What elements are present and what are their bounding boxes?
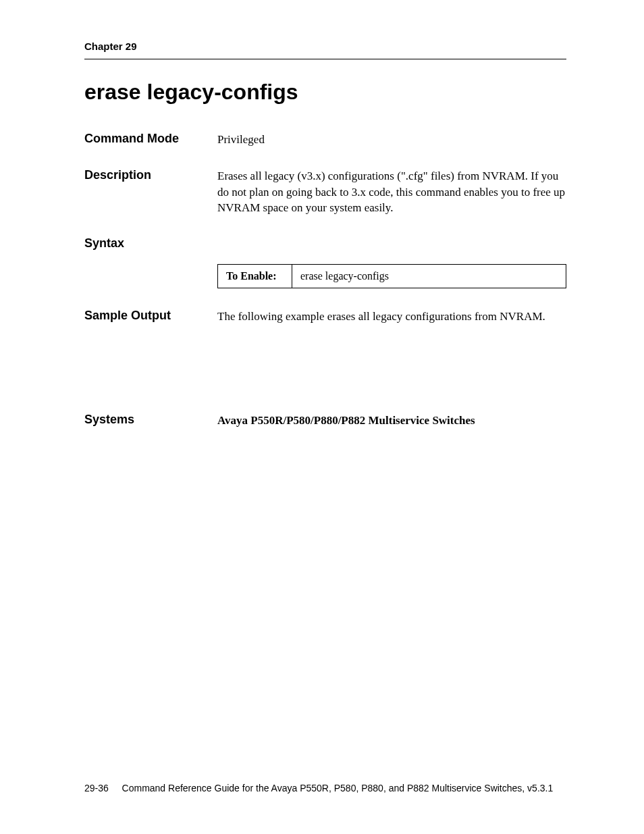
page-title: erase legacy-configs bbox=[84, 80, 566, 105]
description-value: Erases all legacy (v3.x) configurations … bbox=[217, 168, 566, 216]
sample-output-label: Sample Output bbox=[84, 309, 217, 323]
footer-guide-title: Command Reference Guide for the Avaya P5… bbox=[109, 783, 566, 793]
systems-value: Avaya P550R/P580/P880/P882 Multiservice … bbox=[217, 413, 566, 429]
description-section: Description Erases all legacy (v3.x) con… bbox=[84, 168, 566, 216]
chapter-header: Chapter 29 bbox=[84, 41, 566, 52]
syntax-command: erase legacy-configs bbox=[292, 265, 566, 288]
systems-label: Systems bbox=[84, 413, 217, 427]
syntax-section: Syntax To Enable: erase legacy-configs bbox=[84, 236, 566, 288]
sample-output-section: Sample Output The following example eras… bbox=[84, 309, 566, 325]
header-rule bbox=[84, 59, 566, 59]
to-enable-label: To Enable: bbox=[218, 265, 292, 288]
command-mode-label: Command Mode bbox=[84, 132, 217, 146]
description-label: Description bbox=[84, 168, 217, 182]
systems-section: Systems Avaya P550R/P580/P880/P882 Multi… bbox=[84, 413, 566, 429]
syntax-table-row: To Enable: erase legacy-configs bbox=[218, 265, 566, 288]
syntax-table: To Enable: erase legacy-configs bbox=[217, 264, 566, 288]
command-mode-section: Command Mode Privileged bbox=[84, 132, 566, 148]
sample-output-value: The following example erases all legacy … bbox=[217, 309, 566, 325]
footer: 29-36 Command Reference Guide for the Av… bbox=[84, 783, 566, 793]
command-mode-value: Privileged bbox=[217, 132, 566, 148]
syntax-label: Syntax bbox=[84, 236, 566, 251]
footer-page-number: 29-36 bbox=[84, 783, 109, 793]
